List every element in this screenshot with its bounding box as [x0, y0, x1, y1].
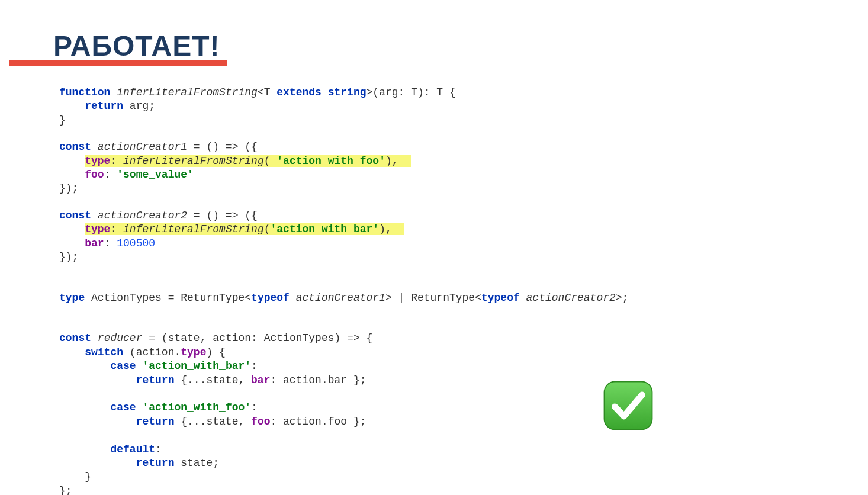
slide-title: РАБОТАЕТ!	[53, 30, 220, 62]
str-some-value: 'some_value'	[117, 169, 194, 181]
kw-function: function	[59, 86, 110, 98]
code-ac2: const actionCreator2 = () => ({ type: in…	[59, 209, 815, 265]
reducer-name: reducer	[98, 332, 143, 344]
ac2-name: actionCreator2	[98, 210, 187, 221]
bar-prop: bar	[85, 237, 104, 249]
arrow-open: = () => ({	[187, 210, 258, 221]
kw-return: return	[136, 374, 175, 386]
kw-const: const	[59, 210, 91, 221]
checkmark-icon	[602, 379, 655, 432]
hl-line-2: type: inferLiteralFromString('action_wit…	[85, 223, 404, 235]
kw-return: return	[136, 457, 175, 469]
kw-return: return	[136, 416, 175, 427]
generic-open: <T	[258, 86, 277, 98]
arrow-open: = () => ({	[187, 141, 258, 153]
kw-typeof: typeof	[251, 292, 290, 304]
kw-const: const	[59, 332, 91, 344]
code-fn-decl: function inferLiteralFromString<T extend…	[59, 86, 815, 127]
kw-switch: switch	[85, 346, 123, 358]
num-100500: 100500	[117, 237, 155, 249]
code-reducer: const reducer = (state, action: ActionTy…	[59, 332, 815, 495]
svg-rect-0	[605, 382, 652, 430]
kw-extends: extends	[277, 86, 322, 98]
kw-default: default	[110, 443, 155, 455]
kw-case: case	[110, 360, 136, 372]
fn-name: inferLiteralFromString	[117, 86, 258, 98]
code-block: function inferLiteralFromString<T extend…	[59, 86, 815, 495]
str-action-foo: 'action_with_foo'	[277, 155, 385, 167]
brace-close: }	[59, 114, 66, 126]
kw-return: return	[85, 100, 123, 112]
slide-content: РАБОТАЕТ! function inferLiteralFromStrin…	[0, 0, 868, 495]
obj-close: });	[59, 251, 78, 263]
str-action-bar: 'action_with_bar'	[271, 223, 380, 235]
kw-type: type	[59, 292, 85, 304]
kw-string: string	[328, 86, 367, 98]
kw-const: const	[59, 141, 91, 153]
title-wrap: РАБОТАЕТ!	[53, 30, 220, 62]
code-type-alias: type ActionTypes = ReturnType<typeof act…	[59, 291, 815, 305]
type-prop: type	[85, 223, 110, 235]
generic-close: >(arg: T): T {	[367, 86, 456, 98]
ac1-name: actionCreator1	[98, 141, 187, 153]
title-underline	[9, 60, 227, 66]
kw-case: case	[110, 401, 136, 413]
infer-fn-call: inferLiteralFromString	[123, 223, 264, 235]
type-prop: type	[85, 155, 110, 167]
infer-fn-call: inferLiteralFromString	[123, 155, 264, 167]
kw-typeof: typeof	[481, 292, 520, 304]
obj-close: });	[59, 182, 78, 194]
hl-line-1: type: inferLiteralFromString( 'action_wi…	[85, 155, 411, 167]
foo-prop: foo	[85, 169, 104, 181]
code-ac1: const actionCreator1 = () => ({ type: in…	[59, 140, 815, 196]
return-arg: arg;	[123, 100, 155, 112]
